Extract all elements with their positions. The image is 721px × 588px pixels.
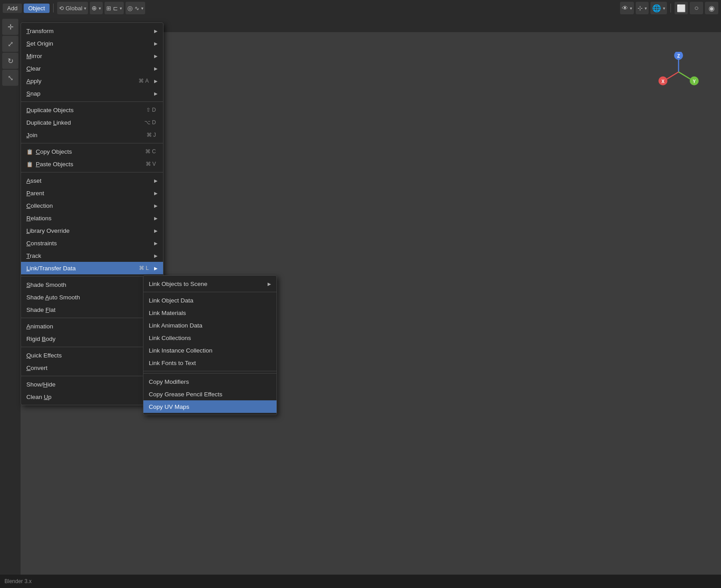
- menu-item-library-override[interactable]: Library Override: [21, 224, 163, 237]
- menu-label-copy-objects: 📋Copy Objects: [26, 148, 72, 155]
- axes-dropdown-icon[interactable]: ▾: [645, 6, 647, 11]
- menu-label-parent: Parent: [26, 190, 44, 197]
- menu-separator-after-join: [21, 143, 163, 143]
- submenu-sep-after-link-fonts-to-text: [143, 371, 277, 371]
- add-menu-button[interactable]: Add: [3, 4, 22, 13]
- submenu-label-link-materials: Link Materials: [149, 310, 186, 316]
- submenu-item-link-animation-data[interactable]: Link Animation Data: [143, 319, 277, 332]
- shortcut-copy-objects: ⌘ C: [145, 148, 158, 155]
- menu-item-snap[interactable]: Snap: [21, 87, 163, 100]
- sidebar-move-tool[interactable]: ⤢: [2, 36, 18, 52]
- proportional-icon: ◎: [127, 4, 133, 12]
- menu-item-duplicate-linked[interactable]: Duplicate Linked⌥ D: [21, 116, 163, 129]
- submenu-label-link-object-data: Link Object Data: [149, 297, 193, 304]
- sidebar-cursor-tool[interactable]: ✛: [2, 19, 18, 35]
- menu-item-animation[interactable]: Animation: [21, 320, 163, 332]
- menu-label-shade-flat: Shade Flat: [26, 307, 55, 313]
- menu-item-mirror[interactable]: Mirror: [21, 50, 163, 62]
- snap-dropdown-icon[interactable]: ▾: [120, 6, 122, 11]
- menu-item-track[interactable]: Track: [21, 249, 163, 262]
- menu-item-shade-auto-smooth[interactable]: Shade Auto Smooth: [21, 291, 163, 303]
- menu-label-collection: Collection: [26, 202, 53, 209]
- submenu-item-link-materials[interactable]: Link Materials: [143, 307, 277, 319]
- pivot-icon: ⊕: [92, 4, 97, 12]
- overlay-dropdown-icon[interactable]: ▾: [663, 6, 665, 11]
- menu-item-set-origin[interactable]: Set Origin: [21, 37, 163, 50]
- viewport-shade-solid[interactable]: ⬜: [675, 2, 688, 14]
- menu-separator-after-rigid-body: [21, 347, 163, 347]
- menu-label-asset: Asset: [26, 177, 42, 184]
- top-right-toolbar: 👁 ▾ ⊹ ▾ 🌐 ▾ ⬜ ○ ◉: [620, 2, 718, 14]
- menu-item-convert[interactable]: Convert: [21, 361, 163, 374]
- submenu-item-link-instance-collection[interactable]: Link Instance Collection: [143, 344, 277, 357]
- menu-separator-after-paste-objects: [21, 172, 163, 172]
- snap-icon: ⊞: [106, 5, 111, 12]
- submenu-item-copy-modifiers[interactable]: Copy Modifiers: [143, 375, 277, 388]
- menu-item-quick-effects[interactable]: Quick Effects: [21, 349, 163, 361]
- menu-separator-after-snap: [21, 101, 163, 102]
- viewport-shade-rendered[interactable]: ◉: [705, 2, 718, 14]
- gizmo-controls: ⊹ ▾: [636, 2, 649, 14]
- menu-item-parent[interactable]: Parent: [21, 187, 163, 199]
- menu-item-link-transfer[interactable]: Link/Transfer Data⌘ L: [21, 262, 163, 274]
- pivot-controls: ⊕ ▾: [90, 2, 103, 14]
- submenu-item-copy-grease-pencil[interactable]: Copy Grease Pencil Effects: [143, 388, 277, 400]
- submenu-label-link-collections: Link Collections: [149, 335, 191, 341]
- menu-label-duplicate-linked: Duplicate Linked: [26, 119, 71, 126]
- axes-icon[interactable]: ⊹: [637, 4, 643, 12]
- menu-label-animation: Animation: [26, 323, 53, 330]
- menu-item-shade-smooth[interactable]: Shade Smooth: [21, 278, 163, 291]
- status-text: Blender 3.x: [4, 578, 32, 584]
- menu-item-apply[interactable]: Apply⌘ A: [21, 75, 163, 87]
- submenu-label-copy-grease-pencil: Copy Grease Pencil Effects: [149, 391, 222, 398]
- global-dropdown-icon[interactable]: ▾: [84, 6, 86, 11]
- menu-item-constraints[interactable]: Constraints: [21, 237, 163, 249]
- submenu-item-copy-uv-maps[interactable]: Copy UV Maps: [143, 400, 277, 413]
- menu-item-clear[interactable]: Clear: [21, 62, 163, 75]
- submenu-item-link-collections[interactable]: Link Collections: [143, 332, 277, 344]
- menu-label-relations: Relations: [26, 215, 51, 222]
- menu-item-relations[interactable]: Relations: [21, 212, 163, 224]
- eye-icon[interactable]: 👁: [622, 4, 628, 12]
- menu-item-transform[interactable]: Transform: [21, 25, 163, 37]
- submenu-item-link-objects-to-scene[interactable]: Link Objects to Scene: [143, 277, 277, 290]
- menu-item-rigid-body[interactable]: Rigid Body: [21, 332, 163, 345]
- snap-icon2: ⊏: [113, 5, 118, 12]
- menu-label-apply: Apply: [26, 78, 42, 84]
- menu-label-rigid-body: Rigid Body: [26, 336, 55, 342]
- menu-item-asset[interactable]: Asset: [21, 174, 163, 187]
- submenu-item-link-object-data[interactable]: Link Object Data: [143, 294, 277, 307]
- object-menu-button[interactable]: Object: [24, 4, 50, 13]
- sidebar-rotate-tool[interactable]: ↻: [2, 53, 18, 69]
- menu-label-show-hide: Show/Hide: [26, 381, 55, 388]
- menu-item-join[interactable]: Join⌘ J: [21, 129, 163, 141]
- menu-item-copy-objects[interactable]: 📋Copy Objects⌘ C: [21, 145, 163, 158]
- globe-icon[interactable]: 🌐: [652, 4, 661, 13]
- submenu-label-link-objects-to-scene: Link Objects to Scene: [149, 281, 207, 287]
- menu-label-link-transfer: Link/Transfer Data: [26, 265, 76, 272]
- submenu-item-link-fonts-to-text[interactable]: Link Fonts to Text: [143, 357, 277, 369]
- pivot-dropdown-icon[interactable]: ▾: [99, 6, 101, 11]
- viewport-controls: 👁 ▾: [620, 2, 634, 14]
- eye-dropdown-icon[interactable]: ▾: [630, 6, 632, 11]
- proportional-dropdown-icon[interactable]: ▾: [141, 6, 143, 11]
- menu-label-clear: Clear: [26, 65, 41, 72]
- submenu-label-copy-uv-maps: Copy UV Maps: [149, 403, 189, 410]
- submenu-separator-separator2: [143, 373, 277, 374]
- snap-controls: ⊞ ⊏ ▾: [105, 2, 124, 14]
- menu-item-shade-flat[interactable]: Shade Flat: [21, 303, 163, 316]
- menu-label-shade-auto-smooth: Shade Auto Smooth: [26, 294, 80, 301]
- menu-item-show-hide[interactable]: Show/Hide: [21, 378, 163, 391]
- menu-item-paste-objects[interactable]: 📋Paste Objects⌘ V: [21, 158, 163, 170]
- transform-controls: ⟲ Global ▾: [57, 2, 88, 14]
- viewport-gizmo[interactable]: Z X Y: [658, 52, 699, 92]
- transform-icon: ⟲: [59, 5, 64, 12]
- menu-label-library-override: Library Override: [26, 227, 70, 234]
- shortcut-join: ⌘ J: [147, 132, 158, 138]
- menu-item-collection[interactable]: Collection: [21, 199, 163, 212]
- menu-item-duplicate-objects[interactable]: Duplicate Objects⇧ D: [21, 104, 163, 116]
- viewport-shade-material[interactable]: ○: [690, 2, 703, 14]
- menu-label-clean-up: Clean Up: [26, 394, 51, 400]
- menu-item-clean-up[interactable]: Clean Up: [21, 391, 163, 403]
- sidebar-scale-tool[interactable]: ⤡: [2, 70, 18, 86]
